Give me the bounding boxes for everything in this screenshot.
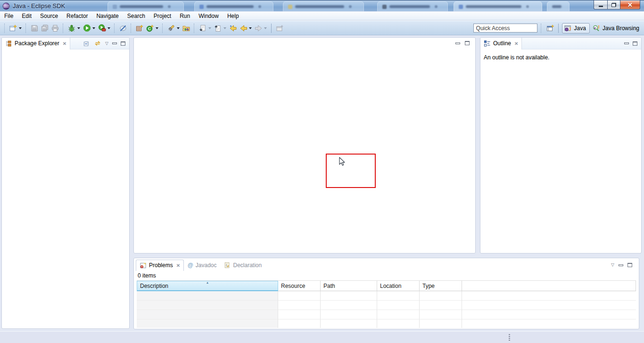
menu-navigate[interactable]: Navigate <box>92 12 123 20</box>
skip-all-breakpoints-icon <box>119 24 127 32</box>
maximize-view-button[interactable] <box>633 41 637 46</box>
column-header-path[interactable]: Path <box>321 281 377 291</box>
column-header-resource[interactable]: Resource <box>278 281 321 291</box>
menu-window[interactable]: Window <box>194 12 223 20</box>
column-header-description[interactable]: ▴ Description <box>137 281 278 291</box>
menu-help[interactable]: Help <box>223 12 243 20</box>
back-dropdown[interactable] <box>249 27 252 29</box>
close-outline-icon[interactable]: ✕ <box>514 41 518 46</box>
new-java-class-button[interactable]: C <box>145 23 155 33</box>
menu-edit[interactable]: Edit <box>17 12 36 20</box>
mouse-cursor-icon <box>339 157 347 167</box>
previous-annotation-button[interactable] <box>213 23 223 33</box>
problems-item-count: 0 items <box>134 271 639 280</box>
restore-window-button[interactable] <box>607 0 620 9</box>
menu-file[interactable]: File <box>0 12 17 20</box>
problems-empty-row[interactable] <box>137 301 636 310</box>
menu-search[interactable]: Search <box>123 12 149 20</box>
svg-text:C: C <box>148 26 151 31</box>
save-button[interactable] <box>29 23 40 33</box>
print-button[interactable] <box>50 23 60 33</box>
new-wizard-button[interactable] <box>8 23 18 33</box>
forward-button[interactable] <box>253 23 264 33</box>
window-controls: ✕ <box>594 0 640 9</box>
editor-area[interactable] <box>133 37 476 253</box>
open-perspective-button[interactable] <box>545 23 556 33</box>
minimize-view-button[interactable] <box>112 42 117 44</box>
close-problems-icon[interactable]: ✕ <box>176 263 180 268</box>
collapse-all-button[interactable] <box>83 40 90 47</box>
maximize-view-button[interactable] <box>627 263 632 267</box>
back-button[interactable] <box>238 23 248 33</box>
pin-editor-button[interactable] <box>274 23 285 33</box>
external-tools-dropdown[interactable] <box>107 27 110 29</box>
quick-access-input[interactable] <box>473 24 537 33</box>
close-window-button[interactable]: ✕ <box>620 0 640 9</box>
column-header-type[interactable]: Type <box>420 281 462 291</box>
external-tools-button[interactable] <box>97 23 107 33</box>
javadoc-icon: @ <box>188 262 193 269</box>
eclipse-logo-icon <box>2 2 10 10</box>
editor-area-toolbar <box>455 41 470 45</box>
maximize-icon <box>121 41 125 46</box>
outline-panel: Outline ✕ An outline is not available. <box>480 37 642 253</box>
search-dropdown[interactable] <box>177 27 180 29</box>
debug-button[interactable] <box>66 23 77 33</box>
new-java-project-icon <box>136 24 143 32</box>
package-explorer-toolbar: ▽ <box>83 40 129 47</box>
minimize-window-button[interactable] <box>594 0 607 9</box>
view-menu-icon[interactable]: ▽ <box>611 263 614 267</box>
open-resource-button[interactable] <box>181 23 191 33</box>
next-annotation-button[interactable] <box>198 23 208 33</box>
svg-text:J: J <box>569 26 571 31</box>
perspective-java-browsing-button[interactable]: J Java Browsing <box>591 23 642 33</box>
run-button[interactable] <box>82 23 92 33</box>
new-wizard-dropdown[interactable] <box>19 27 22 29</box>
ghost-browser-tab <box>283 1 364 11</box>
debug-icon <box>68 24 75 32</box>
debug-dropdown[interactable] <box>77 27 80 29</box>
previous-annotation-dropdown[interactable] <box>223 27 226 29</box>
column-header-location[interactable]: Location <box>377 281 420 291</box>
menu-run[interactable]: Run <box>175 12 194 20</box>
last-edit-location-button[interactable] <box>228 23 238 33</box>
back-icon <box>239 24 248 32</box>
maximize-view-button[interactable] <box>121 41 125 46</box>
menu-project[interactable]: Project <box>149 12 175 20</box>
main-toolbar: C <box>0 21 644 35</box>
skip-all-breakpoints-button[interactable] <box>118 23 128 33</box>
save-all-icon <box>41 24 49 32</box>
minimize-view-button[interactable] <box>624 42 629 44</box>
link-with-editor-button[interactable] <box>94 40 101 47</box>
java-perspective-icon: J <box>564 24 572 32</box>
tab-javadoc[interactable]: @ Javadoc <box>184 260 220 271</box>
pin-editor-icon <box>276 24 283 32</box>
status-bar-grip[interactable] <box>509 334 510 342</box>
tab-outline[interactable]: Outline ✕ <box>480 38 522 49</box>
minimize-editor-button[interactable] <box>455 42 460 44</box>
minimize-view-button[interactable] <box>619 264 623 266</box>
next-annotation-dropdown[interactable] <box>208 27 211 29</box>
maximize-editor-button[interactable] <box>465 41 470 45</box>
maximize-icon <box>633 41 637 46</box>
declaration-icon <box>224 262 231 269</box>
search-button[interactable] <box>166 23 176 33</box>
menu-source[interactable]: Source <box>36 12 62 20</box>
problems-empty-row[interactable] <box>137 310 636 319</box>
menu-refactor[interactable]: Refactor <box>62 12 92 20</box>
package-explorer-body[interactable] <box>2 49 129 328</box>
tab-declaration[interactable]: Declaration <box>220 260 265 271</box>
close-package-explorer-icon[interactable]: ✕ <box>63 41 66 46</box>
tab-problems[interactable]: Problems ✕ <box>136 260 184 271</box>
new-java-class-dropdown[interactable] <box>156 27 158 29</box>
forward-dropdown[interactable] <box>264 27 267 29</box>
view-menu-icon[interactable]: ▽ <box>105 41 108 46</box>
tab-package-explorer[interactable]: Package Explorer ✕ <box>2 38 70 49</box>
problems-empty-row[interactable] <box>137 319 636 328</box>
new-java-project-button[interactable] <box>134 23 145 33</box>
problems-empty-row[interactable] <box>137 291 636 301</box>
run-dropdown[interactable] <box>92 27 95 29</box>
save-all-button[interactable] <box>40 23 50 33</box>
sort-ascending-icon: ▴ <box>206 281 208 285</box>
perspective-java-button[interactable]: J Java <box>562 23 590 33</box>
